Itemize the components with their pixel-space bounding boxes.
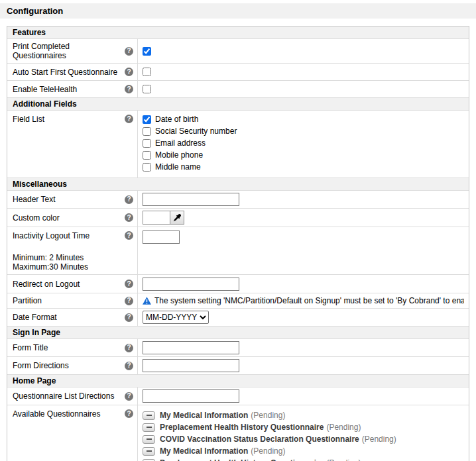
field-option-middle-name: Middle name bbox=[143, 162, 237, 172]
custom-color-input[interactable] bbox=[143, 211, 170, 224]
field-label: Enable TeleHealth bbox=[13, 85, 77, 94]
value-cell bbox=[137, 209, 469, 227]
value-cell bbox=[137, 64, 469, 80]
label-cell: Form Title bbox=[7, 339, 137, 356]
value-cell: The system setting 'NMC/Partition/Defaul… bbox=[137, 293, 469, 308]
questionnaire-status: (Pending) bbox=[251, 411, 285, 420]
page-title: Configuration bbox=[7, 6, 63, 16]
label-cell: Auto Start First Questionnaire bbox=[7, 64, 137, 80]
redirect-on-logout-input[interactable] bbox=[143, 278, 239, 291]
social-security-number-checkbox[interactable] bbox=[143, 127, 151, 136]
remove-questionnaire-button[interactable] bbox=[143, 435, 155, 444]
value-cell bbox=[137, 339, 469, 356]
label-cell: Custom color bbox=[7, 209, 137, 227]
value-cell bbox=[137, 387, 469, 405]
help-icon[interactable] bbox=[125, 280, 133, 288]
questionnaire-item: My Medical Information(Pending) bbox=[143, 446, 396, 456]
section-title: Features bbox=[13, 28, 46, 37]
section-title: Home Page bbox=[13, 376, 56, 385]
row-questionnaire-list-directions: Questionnaire List Directions bbox=[7, 387, 469, 405]
section-title: Sign In Page bbox=[13, 328, 60, 337]
remove-questionnaire-button[interactable] bbox=[143, 423, 155, 432]
value-cell: My Medical Information(Pending) Preplace… bbox=[137, 405, 469, 461]
row-form-title: Form Title bbox=[7, 339, 469, 357]
date-of-birth-checkbox[interactable] bbox=[143, 115, 151, 124]
section-header-sign-in-page: Sign In Page bbox=[7, 327, 469, 339]
remove-questionnaire-button[interactable] bbox=[143, 447, 155, 456]
middle-name-checkbox[interactable] bbox=[143, 163, 151, 172]
label-cell: Header Text bbox=[7, 191, 137, 208]
questionnaire-status: (Pending) bbox=[326, 458, 361, 461]
help-icon[interactable] bbox=[125, 195, 133, 204]
label-cell: Questionnaire List Directions bbox=[7, 387, 137, 405]
eyedropper-icon bbox=[173, 214, 181, 222]
questionnaire-item: Preplacement Health History Questionnair… bbox=[143, 458, 396, 461]
field-option-mobile-phone: Mobile phone bbox=[143, 150, 237, 160]
help-icon[interactable] bbox=[125, 313, 133, 322]
row-auto-start-first-questionnaire: Auto Start First Questionnaire bbox=[7, 64, 469, 81]
help-icon[interactable] bbox=[125, 85, 133, 93]
field-label: Custom color bbox=[13, 213, 60, 223]
help-icon[interactable] bbox=[125, 297, 133, 305]
help-icon[interactable] bbox=[125, 344, 133, 352]
value-cell bbox=[137, 357, 469, 374]
label-cell: Available Questionnaires bbox=[7, 405, 137, 461]
date-format-select[interactable]: MM-DD-YYYY bbox=[143, 311, 209, 324]
questionnaire-text: Preplacement Health History Questionnair… bbox=[160, 458, 361, 461]
help-icon[interactable] bbox=[125, 115, 133, 123]
option-label: Mobile phone bbox=[155, 150, 203, 160]
email-address-checkbox[interactable] bbox=[143, 139, 151, 148]
color-picker-button[interactable] bbox=[170, 211, 184, 224]
minus-icon bbox=[147, 438, 152, 440]
section-header-miscellaneous: Miscellaneous bbox=[7, 178, 469, 191]
row-date-format: Date Format MM-DD-YYYY bbox=[7, 309, 469, 327]
help-icon[interactable] bbox=[125, 47, 133, 56]
label-cell: Date Format bbox=[7, 309, 137, 326]
enable-telehealth-checkbox[interactable] bbox=[143, 85, 151, 93]
field-label: Form Title bbox=[13, 343, 48, 352]
auto-start-first-questionnaire-checkbox[interactable] bbox=[143, 68, 151, 76]
row-form-directions: Form Directions bbox=[7, 357, 469, 375]
minus-icon bbox=[147, 427, 152, 428]
field-list-options: Date of birth Social Security number Ema… bbox=[143, 113, 237, 176]
print-completed-questionnaires-checkbox[interactable] bbox=[143, 47, 151, 56]
field-option-ssn: Social Security number bbox=[143, 127, 237, 136]
label-cell: Form Directions bbox=[7, 357, 137, 374]
field-label: Questionnaire List Directions bbox=[13, 391, 114, 401]
help-icon[interactable] bbox=[125, 213, 133, 222]
value-cell: MM-DD-YYYY bbox=[137, 309, 469, 326]
field-label: Inactivity Logout Time bbox=[13, 231, 89, 240]
help-icon[interactable] bbox=[125, 392, 133, 401]
questionnaire-list: My Medical Information(Pending) Preplace… bbox=[143, 411, 396, 461]
inactivity-limits: Minimum: 2 Minutes Maximum:30 Minutes bbox=[13, 253, 88, 272]
field-label: Form Directions bbox=[13, 361, 69, 370]
questionnaire-list-directions-input[interactable] bbox=[143, 389, 239, 403]
row-print-completed-questionnaires: Print Completed Questionnaires bbox=[7, 39, 469, 64]
value-cell bbox=[137, 227, 469, 274]
remove-questionnaire-button[interactable] bbox=[143, 411, 155, 420]
label-cell: Field List bbox=[7, 111, 137, 178]
help-icon[interactable] bbox=[125, 68, 133, 76]
value-cell bbox=[137, 81, 469, 97]
help-icon[interactable] bbox=[125, 409, 133, 418]
header-text-input[interactable] bbox=[143, 193, 239, 206]
row-available-questionnaires: Available Questionnaires My Medical Info… bbox=[7, 405, 469, 461]
form-title-input[interactable] bbox=[143, 341, 239, 354]
partition-warning: The system setting 'NMC/Partition/Defaul… bbox=[143, 296, 464, 305]
questionnaire-name: COVID Vaccination Status Declaration Que… bbox=[160, 435, 359, 444]
questionnaire-text: Preplacement Health History Questionnair… bbox=[160, 423, 361, 432]
inactivity-logout-time-input[interactable] bbox=[143, 230, 180, 244]
section-header-features: Features bbox=[7, 26, 469, 39]
field-label: Redirect on Logout bbox=[13, 280, 80, 289]
form-directions-input[interactable] bbox=[143, 359, 239, 372]
inactivity-maximum-note: Maximum:30 Minutes bbox=[13, 262, 88, 272]
remove-questionnaire-button[interactable] bbox=[143, 459, 155, 461]
questionnaire-name: Preplacement Health History Questionnair… bbox=[160, 458, 324, 461]
mobile-phone-checkbox[interactable] bbox=[143, 151, 151, 160]
questionnaire-status: (Pending) bbox=[251, 446, 285, 456]
value-cell bbox=[137, 275, 469, 293]
help-icon[interactable] bbox=[125, 231, 133, 240]
row-header-text: Header Text bbox=[7, 191, 469, 209]
field-label: Print Completed Questionnaires bbox=[13, 42, 122, 60]
help-icon[interactable] bbox=[125, 362, 133, 370]
